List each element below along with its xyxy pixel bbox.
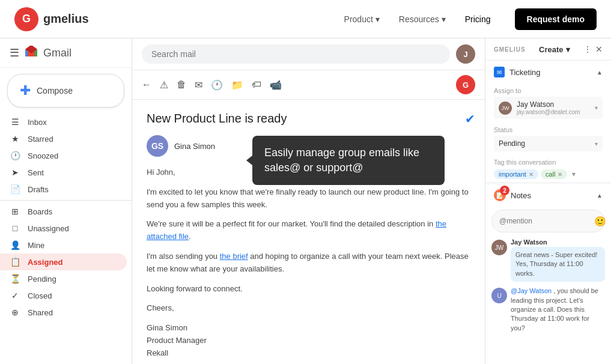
note-content-2: @Jay Watson , you should be leading this… <box>511 287 605 333</box>
tag-icon[interactable]: 🏷 <box>252 79 261 90</box>
draft-icon: 📄 <box>10 184 20 194</box>
email-icon[interactable]: ✉ <box>195 79 202 91</box>
warning-icon[interactable]: ⚠ <box>160 79 168 91</box>
sidebar-item-drafts[interactable]: 📄 Drafts <box>0 181 127 198</box>
pending-icon: ⏳ <box>10 274 20 284</box>
tags-dropdown-icon[interactable]: ▾ <box>572 170 576 178</box>
clock-icon: 🕐 <box>10 151 20 160</box>
send-icon: ➤ <box>10 168 20 177</box>
inbox-icon: ☰ <box>10 117 20 127</box>
email-body4: Looking forward to connect. <box>147 283 470 296</box>
more-options-icon[interactable]: ⋮ <box>583 44 592 54</box>
tags-list: important ✕ call ✕ ▾ <box>494 169 603 179</box>
notes-messages: JW Jay Watson Great news - Super excited… <box>485 235 611 364</box>
main-area: ☰ Gmail ✚ Compose ☰ Inbox ★ Starred <box>0 38 611 364</box>
ticketing-label: ✉ Ticketing <box>494 67 541 77</box>
tooltip-arrow <box>246 156 252 165</box>
sidebar-item-pending[interactable]: ⏳ Pending <box>0 270 127 287</box>
sidebar-item-closed[interactable]: ✓ Closed <box>0 287 127 304</box>
note-message-1: JW Jay Watson Great news - Super excited… <box>491 238 605 282</box>
sidebar-item-starred[interactable]: ★ Starred <box>0 130 127 147</box>
status-selector[interactable]: Pending ▾ <box>494 136 603 151</box>
top-nav: G gmelius Product ▾ Resources ▾ Pricing … <box>0 0 611 38</box>
nav-pricing[interactable]: Pricing <box>465 14 491 24</box>
sidebar-item-boards[interactable]: ⊞ Boards <box>0 203 127 220</box>
clock-action-icon[interactable]: 🕐 <box>211 79 223 91</box>
emoji-icon[interactable]: 🙂 <box>594 216 606 227</box>
chevron-down-icon: ▾ <box>566 45 570 54</box>
delete-icon[interactable]: 🗑 <box>177 79 186 90</box>
assign-to-label: Assign to <box>494 87 603 94</box>
email-body3: I'm also sending you the brief and hopin… <box>147 250 470 276</box>
panel-title: GMELIUS <box>494 46 526 53</box>
sidebar-divider <box>0 200 132 201</box>
ticketing-header[interactable]: ✉ Ticketing ▲ <box>485 61 611 83</box>
panel-actions: ⋮ ✕ <box>583 44 603 54</box>
nav-resources[interactable]: Resources ▾ <box>399 14 446 24</box>
assignee-name: Jay Watson <box>517 100 590 109</box>
note-message-2: U @Jay Watson , you should be leading th… <box>491 287 605 333</box>
folder-icon[interactable]: 📁 <box>231 79 243 91</box>
gmelius-avatar[interactable]: G <box>456 75 475 94</box>
sidebar-items: ☰ Inbox ★ Starred 🕐 Snoozed ➤ Sent 📄 Dra… <box>0 114 132 321</box>
status-label: Status <box>494 126 603 133</box>
assignee-info: Jay Watson jay.watson@dealet.com <box>517 100 590 115</box>
hamburger-icon[interactable]: ☰ <box>10 46 19 59</box>
logo-text: gmelius <box>43 12 89 26</box>
request-demo-button[interactable]: Request demo <box>515 8 597 30</box>
email-body: Hi John, I'm excited to let you know tha… <box>147 166 470 360</box>
search-input[interactable] <box>142 44 450 64</box>
sidebar-item-assigned[interactable]: 📋 Assigned <box>0 253 127 270</box>
panel-header: GMELIUS Create ▾ ⋮ ✕ <box>485 38 611 61</box>
logo-area: G gmelius <box>14 7 89 31</box>
create-button[interactable]: Create ▾ <box>539 45 570 54</box>
mine-icon: 👤 <box>10 240 20 250</box>
sidebar-item-snoozed[interactable]: 🕐 Snoozed <box>0 147 127 164</box>
tag-important[interactable]: important ✕ <box>494 169 538 179</box>
sidebar-item-inbox[interactable]: ☰ Inbox <box>0 114 127 130</box>
sidebar-item-unassigned[interactable]: □ Unassigned <box>0 220 127 237</box>
attached-file-link[interactable]: the attached file <box>147 219 446 241</box>
gmail-header: ☰ Gmail <box>0 38 132 68</box>
remove-important-tag-icon[interactable]: ✕ <box>529 171 533 178</box>
note-text-2: @Jay Watson , you should be leading this… <box>511 287 605 333</box>
nav-product[interactable]: Product ▾ <box>344 14 380 24</box>
tags-field: Tag this conversation important ✕ call ✕… <box>485 155 611 183</box>
user-avatar[interactable]: J <box>456 44 475 64</box>
tooltip: Easily manage group emails like sales@ o… <box>252 136 445 185</box>
remove-call-tag-icon[interactable]: ✕ <box>558 171 562 178</box>
unassigned-icon: □ <box>10 223 20 233</box>
shared-icon: ⊕ <box>10 308 20 317</box>
note-content-1: Jay Watson Great news - Super excited! Y… <box>511 238 605 282</box>
note-avatar-1: JW <box>491 240 507 255</box>
email-actions: ← ⚠ 🗑 ✉ 🕐 📁 🏷 📹 G <box>132 70 485 100</box>
back-icon[interactable]: ← <box>142 79 151 90</box>
sidebar-item-shared[interactable]: ⊕ Shared <box>0 304 127 321</box>
close-panel-icon[interactable]: ✕ <box>595 44 603 54</box>
status-dropdown-icon: ▾ <box>595 141 598 147</box>
sidebar-item-mine[interactable]: 👤 Mine <box>0 237 127 253</box>
email-subject: New Product Line is ready <box>147 112 470 126</box>
sidebar-item-sent[interactable]: ➤ Sent <box>0 164 127 181</box>
notes-header: 📝 2 Notes ▲ <box>485 183 611 207</box>
assign-to-field: Assign to JW Jay Watson jay.watson@deale… <box>485 83 611 123</box>
email-check-icon: ✔ <box>465 112 475 126</box>
assignee-dropdown-icon: ▾ <box>595 105 598 111</box>
chevron-up-icon: ▲ <box>597 69 603 76</box>
assignee-selector[interactable]: JW Jay Watson jay.watson@dealet.com ▾ <box>494 97 603 119</box>
compose-button[interactable]: ✚ Compose <box>7 74 124 108</box>
video-icon[interactable]: 📹 <box>270 79 282 91</box>
brief-link[interactable]: the brief <box>220 252 248 261</box>
sender-name: Gina Simon <box>174 142 215 151</box>
chevron-down-icon: ▾ <box>375 14 380 24</box>
chevron-down-icon: ▾ <box>442 14 446 24</box>
tag-call[interactable]: call ✕ <box>541 169 568 179</box>
email-area: J ← ⚠ 🗑 ✉ 🕐 📁 🏷 📹 G New Product Line is … <box>132 38 485 364</box>
email-sign-off: Cheers, <box>147 302 470 315</box>
email-body2: We're sure it will be a perfect fit for … <box>147 218 470 243</box>
mention-input[interactable] <box>499 217 589 225</box>
closed-icon: ✓ <box>10 291 20 300</box>
ticketing-icon: ✉ <box>494 67 505 77</box>
gmail-app-name: Gmail <box>43 47 71 59</box>
boards-icon: ⊞ <box>10 207 20 216</box>
